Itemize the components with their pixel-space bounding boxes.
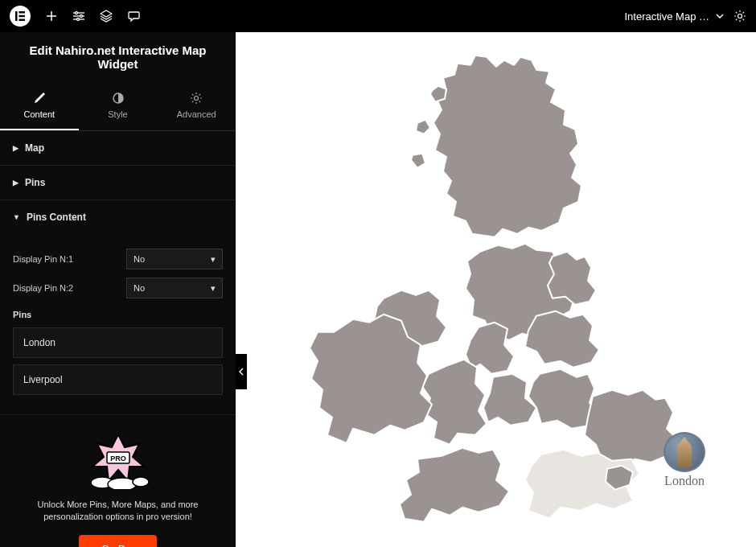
section-pins: ▶ Pins bbox=[0, 166, 236, 200]
tabs: Content Style Advanced bbox=[0, 82, 236, 131]
svg-point-9 bbox=[80, 15, 83, 18]
section-pins-content: ▼ Pins Content Display Pin N:1 No ▾ Disp… bbox=[0, 200, 236, 415]
svg-rect-1 bbox=[19, 11, 26, 14]
svg-rect-3 bbox=[19, 19, 26, 22]
select-value: No bbox=[134, 254, 145, 264]
section-header-pins[interactable]: ▶ Pins bbox=[0, 166, 236, 199]
control-display-pin-1: Display Pin N:1 No ▾ bbox=[13, 249, 223, 269]
section-map: ▶ Map bbox=[0, 131, 236, 166]
caret-down-icon: ▼ bbox=[13, 213, 20, 221]
select-display-pin-1[interactable]: No ▾ bbox=[126, 249, 223, 269]
section-title: Pins bbox=[25, 177, 45, 188]
section-title: Map bbox=[25, 142, 44, 154]
caret-right-icon: ▶ bbox=[13, 179, 18, 187]
pro-badge-text: PRO bbox=[110, 454, 126, 463]
tab-label: Content bbox=[24, 109, 55, 119]
settings-slider-icon[interactable] bbox=[72, 10, 85, 23]
select-value: No bbox=[134, 283, 145, 293]
promo-box: PRO Unlock More Pins, More Maps, and mor… bbox=[0, 415, 236, 547]
page-title-dropdown[interactable]: Interactive Map … bbox=[625, 10, 725, 23]
section-body: Display Pin N:1 No ▾ Display Pin N:2 No … bbox=[0, 234, 236, 414]
gear-icon[interactable] bbox=[733, 10, 746, 23]
sidebar-header: Edit Nahiro.net Interactive Map Widget bbox=[0, 32, 236, 82]
uk-map bbox=[271, 43, 721, 547]
chevron-down-icon: ▾ bbox=[211, 254, 216, 265]
tab-advanced[interactable]: Advanced bbox=[157, 82, 236, 130]
pin-item-liverpool[interactable]: Liverpool bbox=[13, 364, 223, 395]
add-icon[interactable] bbox=[45, 10, 58, 23]
section-title: Pins Content bbox=[27, 212, 86, 223]
comment-icon[interactable] bbox=[127, 10, 140, 23]
pin-item-label: London bbox=[23, 337, 55, 348]
svg-rect-0 bbox=[15, 11, 18, 21]
svg-marker-12 bbox=[101, 10, 112, 17]
topbar-left bbox=[10, 6, 140, 27]
topbar-right: Interactive Map … bbox=[625, 10, 747, 23]
control-label: Display Pin N:2 bbox=[13, 283, 73, 293]
svg-point-11 bbox=[77, 19, 80, 21]
svg-point-20 bbox=[133, 477, 149, 487]
layers-icon[interactable] bbox=[100, 10, 113, 23]
control-label: Display Pin N:1 bbox=[13, 254, 73, 264]
chevron-left-icon bbox=[239, 368, 244, 376]
canvas[interactable]: London bbox=[236, 32, 756, 547]
promo-text: Unlock More Pins, More Maps, and more pe… bbox=[13, 499, 223, 524]
topbar: Interactive Map … bbox=[0, 0, 756, 32]
map-pin-london[interactable]: London bbox=[662, 432, 707, 488]
tab-label: Style bbox=[108, 109, 127, 119]
svg-point-13 bbox=[738, 14, 742, 19]
contrast-icon bbox=[112, 92, 125, 105]
pins-subheader: Pins bbox=[13, 310, 223, 319]
tab-content[interactable]: Content bbox=[0, 82, 79, 130]
gear-icon bbox=[190, 92, 203, 105]
collapse-sidebar-handle[interactable] bbox=[236, 354, 247, 389]
elementor-logo[interactable] bbox=[10, 6, 31, 27]
svg-rect-2 bbox=[19, 15, 26, 18]
go-pro-button[interactable]: Go Pro bbox=[79, 535, 157, 547]
control-display-pin-2: Display Pin N:2 No ▾ bbox=[13, 278, 223, 298]
section-header-pins-content[interactable]: ▼ Pins Content bbox=[0, 200, 236, 234]
tab-style[interactable]: Style bbox=[79, 82, 158, 130]
select-display-pin-2[interactable]: No ▾ bbox=[126, 278, 223, 298]
caret-right-icon: ▶ bbox=[13, 144, 18, 152]
chevron-down-icon bbox=[716, 14, 724, 19]
svg-point-7 bbox=[76, 12, 78, 14]
main: Edit Nahiro.net Interactive Map Widget C… bbox=[0, 32, 756, 547]
pin-item-london[interactable]: London bbox=[13, 327, 223, 358]
tab-label: Advanced bbox=[177, 109, 216, 119]
sidebar: Edit Nahiro.net Interactive Map Widget C… bbox=[0, 32, 236, 547]
page-title-text: Interactive Map … bbox=[625, 10, 710, 23]
pin-marker-icon bbox=[664, 432, 705, 472]
svg-point-15 bbox=[195, 97, 199, 101]
pencil-icon bbox=[33, 92, 46, 105]
promo-illustration: PRO bbox=[78, 433, 158, 489]
chevron-down-icon: ▾ bbox=[211, 283, 216, 294]
pin-label: London bbox=[664, 474, 705, 488]
svg-point-19 bbox=[108, 478, 137, 489]
pin-item-label: Liverpool bbox=[23, 374, 63, 385]
section-header-map[interactable]: ▶ Map bbox=[0, 131, 236, 165]
